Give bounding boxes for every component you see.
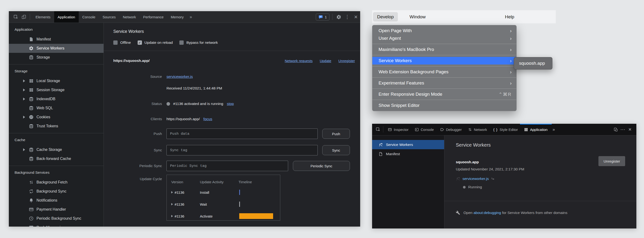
tab-label: Application bbox=[530, 127, 548, 132]
expand-arrow-icon[interactable] bbox=[23, 80, 25, 82]
periodic-sync-tag-input[interactable] bbox=[166, 161, 288, 171]
tab-inspector[interactable]: Inspector bbox=[385, 124, 412, 135]
sidebar-item-web-sql[interactable]: Web SQL bbox=[9, 104, 104, 113]
sidebar-item-label: Web SQL bbox=[36, 106, 53, 110]
expand-arrow-icon[interactable] bbox=[171, 191, 173, 194]
offline-checkbox[interactable]: ✓ Offline bbox=[113, 40, 131, 45]
update-cycle-table: Version Update Activity Timeline #1136 I… bbox=[166, 175, 280, 221]
network-requests-link[interactable]: Network requests bbox=[285, 59, 313, 63]
tab-application[interactable]: Application bbox=[521, 124, 550, 135]
section-title: Background Services bbox=[9, 167, 104, 178]
table-row-version[interactable]: #1136 bbox=[171, 189, 184, 195]
worker-script-link[interactable]: serviceworker.js bbox=[462, 177, 489, 181]
settings-gear-icon[interactable] bbox=[334, 13, 343, 21]
sidebar-item-service-workers[interactable]: Service Workers bbox=[372, 140, 444, 149]
database-icon bbox=[29, 147, 34, 152]
sync-tag-input[interactable] bbox=[166, 145, 318, 155]
submenu-item-squoosh[interactable]: squoosh.app bbox=[519, 61, 545, 66]
menu-item-open-page-with[interactable]: Open Page With › bbox=[372, 27, 516, 34]
responsive-design-mode-icon[interactable] bbox=[612, 126, 619, 133]
menubar-item-help[interactable]: Help bbox=[501, 12, 518, 21]
pick-element-icon[interactable] bbox=[374, 126, 382, 133]
worker-origin-row: https://squoosh.app/ Network requests Up… bbox=[113, 59, 355, 63]
sidebar-item-indexeddb[interactable]: IndexedDB bbox=[9, 95, 104, 104]
sidebar-item-session-storage[interactable]: Session Storage bbox=[9, 85, 104, 95]
sidebar-item-back-forward-cache[interactable]: Back-forward Cache bbox=[9, 154, 104, 163]
sidebar-item-payment-handler[interactable]: Payment Handler bbox=[9, 205, 104, 214]
expand-arrow-icon[interactable] bbox=[171, 215, 173, 217]
source-file-link[interactable]: serviceworker.js bbox=[166, 75, 193, 79]
sidebar-item-label: Periodic Background Sync bbox=[36, 216, 81, 221]
unregister-button[interactable]: Unregister bbox=[598, 156, 625, 166]
table-row-version[interactable]: #1136 bbox=[171, 201, 184, 207]
menubar-item-window[interactable]: Window bbox=[406, 12, 430, 21]
sidebar-item-local-storage[interactable]: Local Storage bbox=[9, 76, 104, 85]
menu-item-enter-responsive-design-mode[interactable]: Enter Responsive Design Mode ⌃⌘R bbox=[372, 91, 516, 98]
sidebar-item-background-sync[interactable]: Background Sync bbox=[9, 187, 104, 196]
menu-item-service-workers[interactable]: Service Workers › bbox=[372, 57, 516, 65]
tab-application[interactable]: Application bbox=[54, 11, 79, 23]
more-tabs-icon[interactable]: » bbox=[551, 127, 557, 132]
more-tabs-icon[interactable]: » bbox=[187, 11, 194, 23]
tab-elements[interactable]: Elements bbox=[32, 11, 54, 23]
menu-item-experimental-features[interactable]: Experimental Features › bbox=[372, 79, 516, 87]
tab-network[interactable]: Network bbox=[465, 124, 490, 135]
database-icon bbox=[29, 156, 34, 161]
footer-divider bbox=[444, 201, 636, 201]
expand-arrow-icon[interactable] bbox=[23, 98, 25, 101]
sidebar-item-background-fetch[interactable]: Background Fetch bbox=[9, 178, 104, 187]
menu-item-macbook-pro[interactable]: Maximiliano's MacBook Pro › bbox=[372, 46, 516, 53]
issues-counter-button[interactable]: 1 bbox=[316, 13, 330, 20]
menu-item-label: Web Extension Background Pages bbox=[378, 69, 510, 75]
expand-arrow-icon[interactable] bbox=[23, 89, 25, 91]
cookie-icon bbox=[29, 115, 34, 119]
sidebar-item-cache-storage[interactable]: Cache Storage bbox=[9, 145, 104, 154]
stop-link[interactable]: stop bbox=[227, 102, 234, 106]
sidebar-item-notifications[interactable]: Notifications bbox=[9, 196, 104, 205]
sync-button[interactable]: Sync bbox=[322, 145, 350, 155]
menubar-item-develop[interactable]: Develop bbox=[373, 12, 398, 21]
menu-item-user-agent[interactable]: User Agent › bbox=[372, 34, 516, 42]
update-on-reload-checkbox[interactable]: ✓ Update on reload bbox=[138, 40, 173, 45]
expand-arrow-icon[interactable] bbox=[171, 203, 173, 205]
menu-item-web-extension-background-pages[interactable]: Web Extension Background Pages › bbox=[372, 68, 516, 76]
sidebar-item-storage[interactable]: Storage bbox=[9, 53, 104, 62]
menu-item-show-snippet-editor[interactable]: Show Snippet Editor bbox=[372, 102, 516, 109]
tab-console[interactable]: Console bbox=[79, 11, 99, 23]
tab-performance[interactable]: Performance bbox=[140, 11, 167, 23]
push-data-input[interactable] bbox=[166, 128, 318, 139]
sidebar-item-trust-tokens[interactable]: Trust Tokens bbox=[9, 121, 104, 131]
kebab-menu-icon[interactable]: ⋮ bbox=[343, 13, 352, 21]
chrome-devtools-tabs: Elements Application Console Sources Net… bbox=[32, 11, 194, 23]
tab-sources[interactable]: Sources bbox=[99, 11, 119, 23]
sidebar-item-push-messaging[interactable]: Push Messaging bbox=[9, 223, 104, 227]
sidebar-item-periodic-background-sync[interactable]: Periodic Background Sync bbox=[9, 214, 104, 223]
tab-console[interactable]: Console bbox=[412, 124, 437, 135]
sidebar-item-manifest[interactable]: Manifest bbox=[9, 35, 104, 44]
close-devtools-icon[interactable]: ✕ bbox=[626, 126, 634, 133]
close-devtools-icon[interactable]: ✕ bbox=[352, 13, 360, 21]
expand-arrow-icon[interactable] bbox=[23, 116, 25, 119]
worker-updated-timestamp: Updated November 24, 2021, 2:17:30 PM bbox=[456, 167, 524, 171]
expand-arrow-icon[interactable] bbox=[23, 148, 25, 151]
periodic-sync-button[interactable]: Periodic Sync bbox=[293, 161, 350, 171]
tab-style-editor[interactable]: { } Style Editor bbox=[490, 124, 521, 135]
update-cycle-label: Update Cycle bbox=[104, 177, 162, 181]
sidebar-item-service-workers[interactable]: Service Workers bbox=[9, 44, 104, 53]
focus-link[interactable]: focus bbox=[204, 117, 212, 121]
tab-network[interactable]: Network bbox=[119, 11, 140, 23]
update-link[interactable]: Update bbox=[320, 59, 331, 63]
unregister-link[interactable]: Unregister bbox=[338, 59, 355, 63]
about-debugging-link[interactable]: about:debugging bbox=[474, 211, 501, 215]
bypass-for-network-checkbox[interactable]: ✓ Bypass for network bbox=[179, 40, 218, 45]
sidebar-item-cookies[interactable]: Cookies bbox=[9, 113, 104, 121]
push-button[interactable]: Push bbox=[322, 129, 350, 139]
sidebar-item-manifest[interactable]: Manifest bbox=[372, 149, 444, 158]
meatball-menu-icon[interactable]: ⋯ bbox=[619, 126, 626, 133]
inspect-element-icon[interactable] bbox=[12, 13, 20, 21]
tab-debugger[interactable]: Debugger bbox=[437, 124, 465, 135]
toggle-device-toolbar-icon[interactable] bbox=[20, 13, 28, 21]
tab-memory[interactable]: Memory bbox=[167, 11, 187, 23]
table-row-activity: Wait bbox=[200, 201, 207, 207]
table-row-version[interactable]: #1136 bbox=[171, 213, 184, 219]
